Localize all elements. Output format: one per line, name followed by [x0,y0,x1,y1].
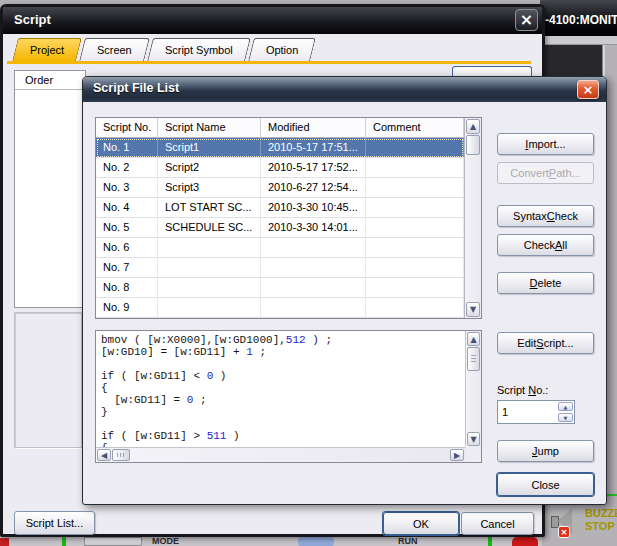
tab-accent-bar [7,61,531,64]
script-no-input[interactable] [498,401,556,423]
table-row[interactable]: No. 2Script22010-5-17 17:52... [96,158,464,178]
order-column-header: Order [15,71,85,90]
script-group-box [14,312,82,448]
file-list-titlebar[interactable]: Script File List × [83,77,606,102]
check-all-button[interactable]: Check All [497,234,594,256]
cell-script-name [158,278,261,297]
ok-button[interactable]: OK [383,512,459,535]
cell-comment [366,258,464,277]
script-table-body: No. 1Script12010-5-17 17:51...No. 2Scrip… [96,138,464,318]
script-dialog-titlebar[interactable]: Script × [3,7,542,34]
order-list[interactable]: Order [14,70,86,308]
cell-script-name [158,238,261,257]
table-row[interactable]: No. 7 [96,258,464,278]
table-row[interactable]: No. 8 [96,278,464,298]
cell-script-no: No. 4 [96,198,158,217]
cell-script-name: Script1 [158,138,261,157]
cell-script-no: No. 7 [96,258,158,277]
table-row[interactable]: No. 1Script12010-5-17 17:51... [96,138,464,158]
cell-script-no: No. 8 [96,278,158,297]
script-list-button[interactable]: Script List... [14,511,95,535]
code-line: if ( [w:GD11] < 0 ) [101,370,460,382]
close-button[interactable]: Close [497,473,594,496]
cell-script-no: No. 2 [96,158,158,177]
cancel-button[interactable]: Cancel [461,512,534,535]
scrollbar-thumb[interactable] [467,347,480,371]
background-app-panel [540,45,602,77]
column-header-script-name: Script Name [158,118,261,138]
file-list-close-icon[interactable]: × [577,80,599,99]
table-row[interactable]: No. 6 [96,238,464,258]
table-row[interactable]: No. 5SCHEDULE SC...2010-3-30 14:01... [96,218,464,238]
tab-bar: Project Screen Script Symbol Option [15,38,313,61]
spinner-down-icon[interactable]: ▼ [558,413,573,422]
bg-fragment-red [0,538,9,546]
code-content: bmov ( [w:X0000],[w:GD1000],512 ) ;[w:GD… [96,331,465,447]
table-row[interactable]: No. 3Script32010-6-27 12:54... [96,178,464,198]
scroll-down-icon[interactable]: ▼ [466,302,480,317]
table-scrollbar[interactable]: ▲ ▼ [464,118,481,318]
convert-path-button[interactable]: Convert Path... [497,162,594,184]
script-no-spinner: ▲ ▼ [497,400,575,424]
buzzer-speaker-icon[interactable]: × [549,504,585,540]
bg-fragment-blue-icon [298,537,334,546]
code-line: { [101,382,460,394]
code-line [101,418,460,430]
scrollbar-thumb[interactable] [466,135,480,155]
column-header-modified: Modified [261,118,366,138]
cell-script-name: SCHEDULE SC... [158,218,261,237]
cell-comment [366,178,464,197]
tab-project[interactable]: Project [12,38,82,61]
cell-modified [261,298,366,317]
code-horizontal-scrollbar[interactable]: ◀ ▶ [96,447,465,462]
cell-comment [366,278,464,297]
background-app-toolbar [540,36,617,45]
tab-script-symbol[interactable]: Script Symbol [147,38,251,61]
code-line: bmov ( [w:X0000],[w:GD1000],512 ) ; [101,334,460,346]
cell-modified: 2010-3-30 10:45... [261,198,366,217]
code-line: [w:GD11] = 0 ; [101,394,460,406]
background-app-title: -4100:MONITO [545,13,617,27]
cell-comment [366,218,464,237]
syntax-check-button[interactable]: Syntax Check [497,205,594,227]
background-app-bottom-strip: MODE RUN [0,537,542,546]
bg-fragment-mode-label: MODE [152,537,179,546]
jump-button[interactable]: Jump [497,440,594,462]
code-vertical-scrollbar[interactable]: ▲ ▼ [465,331,481,447]
scroll-right-icon[interactable]: ▶ [450,449,464,461]
scrollbar-corner [465,447,481,462]
buzzer-muted-x-icon: × [558,526,570,538]
cell-comment [366,298,464,317]
import-button[interactable]: Import... [497,133,594,155]
bg-fragment-green-tick [62,537,66,546]
cell-script-no: No. 5 [96,218,158,237]
bg-fragment-red-icon [512,537,538,546]
tab-option[interactable]: Option [248,38,316,61]
cell-comment [366,198,464,217]
cell-comment [366,238,464,257]
cell-modified [261,238,366,257]
cell-comment [366,158,464,177]
cell-script-no: No. 1 [96,138,158,157]
scrollbar-thumb[interactable] [112,449,130,461]
script-dialog-close-icon[interactable]: × [515,9,538,31]
scroll-down-icon[interactable]: ▼ [467,432,480,446]
script-code-preview[interactable]: bmov ( [w:X0000],[w:GD1000],512 ) ;[w:GD… [95,330,482,463]
cell-script-name [158,298,261,317]
table-row[interactable]: No. 9 [96,298,464,318]
delete-button[interactable]: Delete [497,272,594,294]
cell-modified [261,278,366,297]
cell-script-no: No. 3 [96,178,158,197]
tab-screen[interactable]: Screen [79,38,150,61]
scroll-left-icon[interactable]: ◀ [97,449,111,461]
background-app-titlebar: -4100:MONITO [540,0,617,36]
scroll-up-icon[interactable]: ▲ [467,332,480,346]
table-row[interactable]: No. 4LOT START SC...2010-3-30 10:45... [96,198,464,218]
script-file-table: Script No. Script Name Modified Comment … [95,117,482,319]
spinner-up-icon[interactable]: ▲ [558,402,573,411]
bg-fragment-green-tick [488,537,492,546]
code-line: [w:GD10] = [w:GD11] + 1 ; [101,346,460,358]
buzzer-stop-label: BUZZER STOP [585,507,617,533]
scroll-up-icon[interactable]: ▲ [466,119,480,134]
edit-script-button[interactable]: Edit Script... [497,332,594,354]
